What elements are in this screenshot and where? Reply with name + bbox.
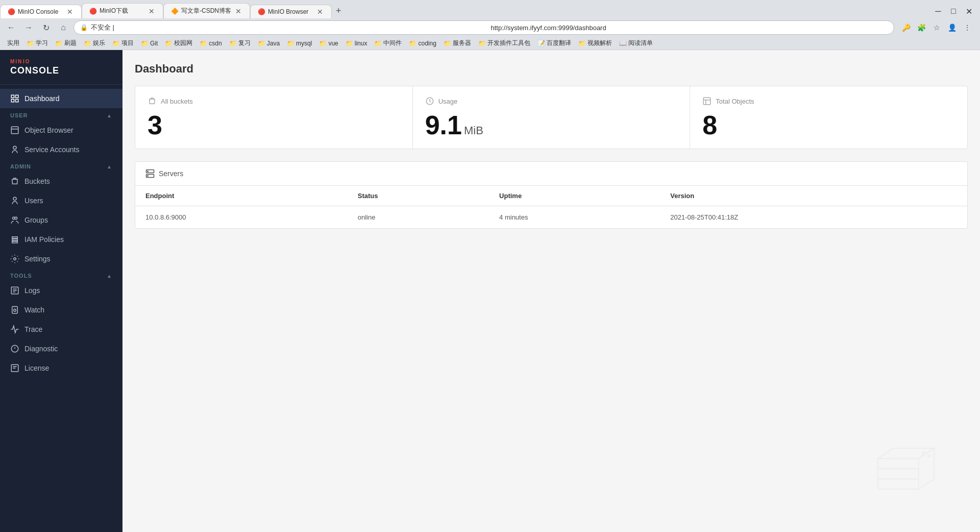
- svg-text:MIN: MIN: [10, 59, 22, 64]
- svg-point-18: [14, 309, 16, 312]
- sidebar-item-buckets[interactable]: Buckets: [0, 172, 122, 191]
- buckets-stat-icon: [148, 96, 157, 106]
- profile-icon[interactable]: 👤: [945, 21, 959, 34]
- server-version: 2021-08-25T00:41:18Z: [660, 206, 967, 229]
- close-button[interactable]: ✕: [962, 4, 976, 18]
- sidebar-item-groups[interactable]: Groups: [0, 210, 122, 230]
- star-icon[interactable]: ☆: [930, 21, 943, 34]
- app-container: MIN IO CONSOLE Dashboard USER ▲: [0, 50, 980, 532]
- user-section-arrow: ▲: [107, 113, 112, 118]
- bookmark-阅读清单[interactable]: 📖阅读清单: [616, 38, 656, 49]
- svg-point-11: [15, 217, 17, 220]
- sidebar-item-settings[interactable]: Settings: [0, 249, 122, 269]
- bookmark-git[interactable]: 📁Git: [138, 39, 161, 48]
- tab-1[interactable]: 🔴 MinIO Console ✕: [0, 5, 82, 18]
- bookmark-复习[interactable]: 📁复习: [226, 38, 254, 49]
- buckets-stat-label: All buckets: [148, 96, 400, 106]
- admin-section-arrow: ▲: [107, 164, 112, 170]
- address-security-label: 不安全 |: [91, 23, 488, 32]
- dashboard-icon: [10, 94, 19, 103]
- bookmark-服务器[interactable]: 📁服务器: [440, 38, 474, 49]
- groups-icon: [10, 215, 19, 225]
- sidebar-item-dashboard[interactable]: Dashboard: [0, 89, 122, 108]
- sidebar-item-diagnostic[interactable]: Diagnostic: [0, 339, 122, 358]
- tab-bar: 🔴 MinIO Console ✕ 🔴 MinIO下载 ✕ 🔶 写文章-CSDN…: [0, 0, 980, 18]
- objects-label-text: Total Objects: [716, 98, 754, 105]
- bookmark-vue[interactable]: 📁vue: [316, 39, 341, 48]
- tab-2-icon: 🔴: [89, 8, 96, 15]
- tab-1-close[interactable]: ✕: [66, 8, 74, 15]
- sidebar-item-license[interactable]: License: [0, 358, 122, 378]
- iam-policies-label: IAM Policies: [24, 235, 64, 244]
- tab-2[interactable]: 🔴 MinIO下载 ✕: [82, 3, 163, 18]
- service-accounts-label: Service Accounts: [24, 146, 79, 154]
- logs-label: Logs: [24, 286, 40, 295]
- back-button[interactable]: ←: [4, 20, 18, 35]
- bookmark-学习[interactable]: 📁学习: [23, 38, 51, 49]
- svg-point-31: [148, 176, 149, 177]
- server-uptime: 4 minutes: [489, 206, 660, 229]
- svg-rect-5: [16, 100, 18, 102]
- sidebar-item-watch[interactable]: Watch: [0, 300, 122, 320]
- bookmark-刷题[interactable]: 📁刷题: [52, 38, 80, 49]
- forward-button[interactable]: →: [21, 20, 36, 35]
- tab-4-close[interactable]: ✕: [316, 8, 324, 15]
- sidebar: MIN IO CONSOLE Dashboard USER ▲: [0, 50, 122, 532]
- bookmark-实用[interactable]: 实用: [4, 38, 22, 49]
- tab-3-title: 写文章-CSDN博客: [181, 7, 231, 15]
- extensions-icon[interactable]: 🧩: [915, 21, 928, 34]
- bookmark-校园网[interactable]: 📁校园网: [162, 38, 195, 49]
- svg-point-12: [14, 258, 16, 260]
- sidebar-item-service-accounts[interactable]: Service Accounts: [0, 140, 122, 159]
- sidebar-item-logs[interactable]: Logs: [0, 281, 122, 300]
- watermark-illustration: [857, 428, 939, 512]
- svg-point-9: [13, 197, 16, 200]
- col-status: Status: [348, 186, 489, 206]
- address-bar[interactable]: 🔒 不安全 | http://system.ifyyf.com:9999/das…: [74, 20, 894, 35]
- servers-section: Servers Endpoint Status Uptime Version 1…: [135, 161, 968, 229]
- bookmark-开发插件工具包[interactable]: 📁开发插件工具包: [475, 38, 533, 49]
- bookmark-百度翻译[interactable]: 📝百度翻译: [534, 38, 574, 49]
- toolbar-icons: 🔑 🧩 ☆ 👤 ⋮: [897, 21, 976, 34]
- object-browser-label: Object Browser: [24, 126, 74, 134]
- license-label: License: [24, 364, 49, 372]
- bookmark-java[interactable]: 📁Java: [255, 39, 283, 48]
- bookmark-视频解析[interactable]: 📁视频解析: [575, 38, 615, 49]
- objects-stat-icon: [702, 96, 712, 106]
- bookmark-mysql[interactable]: 📁mysql: [284, 39, 315, 48]
- tab-4[interactable]: 🔴 MinIO Browser ✕: [250, 5, 332, 18]
- maximize-button[interactable]: □: [946, 4, 961, 18]
- bookmark-中间件[interactable]: 📁中间件: [371, 38, 405, 49]
- minimize-button[interactable]: ─: [931, 4, 945, 18]
- menu-icon[interactable]: ⋮: [961, 21, 974, 34]
- logo-console: CONSOLE: [10, 65, 112, 76]
- sidebar-item-iam-policies[interactable]: IAM Policies: [0, 230, 122, 249]
- browser-chrome: 🔴 MinIO Console ✕ 🔴 MinIO下载 ✕ 🔶 写文章-CSDN…: [0, 0, 980, 50]
- bookmark-项目[interactable]: 📁项目: [109, 38, 137, 49]
- main-content: Dashboard All buckets 3: [122, 50, 980, 532]
- home-button[interactable]: ⌂: [56, 20, 70, 35]
- svg-rect-27: [704, 98, 711, 105]
- bookmarks-bar: 实用 📁学习 📁刷题 📁娱乐 📁项目 📁Git 📁校园网 📁csdn 📁复习 📁…: [0, 37, 980, 50]
- new-tab-button[interactable]: +: [332, 4, 346, 18]
- objects-stat-label: Total Objects: [702, 96, 955, 106]
- key-icon[interactable]: 🔑: [899, 21, 913, 34]
- bookmark-csdn[interactable]: 📁csdn: [197, 39, 225, 48]
- sidebar-item-trace[interactable]: Trace: [0, 320, 122, 339]
- watch-icon: [10, 305, 19, 315]
- bookmark-coding[interactable]: 📁coding: [406, 39, 439, 48]
- groups-label: Groups: [24, 216, 48, 224]
- sidebar-item-users[interactable]: Users: [0, 191, 122, 210]
- objects-value: 8: [702, 112, 955, 138]
- tab-2-close[interactable]: ✕: [148, 8, 156, 15]
- sidebar-item-object-browser[interactable]: Object Browser: [0, 120, 122, 140]
- bookmark-娱乐[interactable]: 📁娱乐: [81, 38, 108, 49]
- servers-title: Servers: [159, 170, 183, 178]
- svg-point-37: [928, 455, 930, 457]
- buckets-count: 3: [148, 112, 162, 138]
- svg-rect-32: [878, 458, 919, 489]
- tab-3[interactable]: 🔶 写文章-CSDN博客 ✕: [163, 3, 250, 18]
- reload-button[interactable]: ↻: [39, 20, 53, 35]
- bookmark-linux[interactable]: 📁linux: [342, 39, 371, 48]
- tab-3-close[interactable]: ✕: [234, 8, 242, 15]
